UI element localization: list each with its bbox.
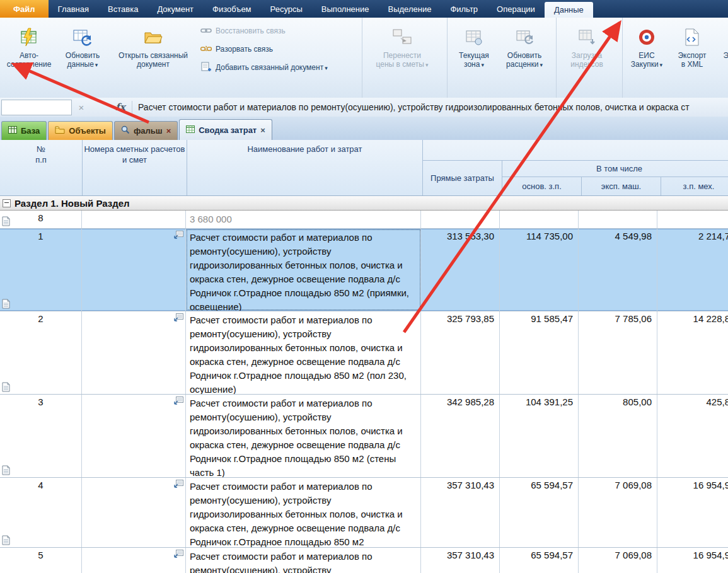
doc-tab-base[interactable]: База: [1, 121, 47, 140]
estimate-numbers-cell[interactable]: [82, 311, 186, 394]
table-row[interactable]: 8 3 680 000: [0, 211, 728, 229]
work-name-cell[interactable]: 3 680 000: [186, 211, 421, 228]
break-link-button[interactable]: Разорвать связь: [198, 42, 275, 56]
mech-wage-cell[interactable]: 16 954,9: [657, 548, 728, 573]
tab-data[interactable]: Данные: [545, 2, 593, 18]
work-name-cell[interactable]: Расчет стоимости работ и материалов по р…: [186, 548, 421, 573]
tab-execution[interactable]: Выполнение: [312, 0, 379, 18]
doc-tab-falsh[interactable]: фальш ×: [114, 121, 178, 140]
linked-doc-icon: [174, 313, 183, 321]
estimate-numbers-cell[interactable]: [82, 395, 186, 477]
tab-insert[interactable]: Вставка: [98, 0, 147, 18]
direct-costs-cell[interactable]: 325 793,85: [421, 311, 500, 394]
open-folder-icon: [143, 25, 163, 50]
direct-costs-cell[interactable]: 313 553,30: [421, 229, 500, 311]
estimate-summary-table: № п.п Номера сметных расчетов и смет Наи…: [0, 140, 728, 573]
tab-document[interactable]: Документ: [147, 0, 203, 18]
estimate-numbers-cell[interactable]: [82, 211, 186, 228]
basic-wage-cell[interactable]: 65 594,57: [500, 478, 579, 547]
export-xml-button[interactable]: Экспорт в XML: [669, 19, 715, 98]
current-zone-label: Текущая зона▾: [459, 51, 489, 69]
row-number: 8: [38, 212, 43, 223]
tab-operations[interactable]: Операции: [487, 0, 545, 18]
table-row[interactable]: 5 Расчет стоимости работ и материалов по…: [0, 548, 728, 573]
load-indexes-button[interactable]: Загрузка индексов: [558, 19, 616, 98]
direct-costs-cell[interactable]: 357 310,43: [421, 478, 500, 547]
doc-tab-label: Объекты: [69, 126, 106, 136]
section-row[interactable]: Раздел 1. Новый Раздел: [0, 196, 728, 211]
export-xml-label: Экспорт в XML: [678, 51, 706, 69]
cancel-entry-button[interactable]: ×: [72, 102, 91, 113]
table-row[interactable]: 4 Расчет стоимости работ и материалов по…: [0, 478, 728, 548]
linked-doc-icon: [174, 480, 183, 488]
refresh-data-button[interactable]: Обновить данные▾: [57, 19, 108, 98]
doc-tab-summary[interactable]: Сводка затрат ×: [179, 119, 272, 140]
direct-costs-cell[interactable]: 342 985,28: [421, 395, 500, 477]
machine-exp-cell[interactable]: 7 069,08: [579, 548, 657, 573]
table-row-selected[interactable]: 1 Расчет стоимости работ и материалов по…: [0, 229, 728, 311]
close-tab-icon[interactable]: ×: [166, 126, 171, 136]
break-link-label: Разорвать связь: [216, 45, 273, 54]
machine-exp-cell[interactable]: 7 785,06: [579, 311, 657, 394]
tab-resources[interactable]: Ресурсы: [261, 0, 312, 18]
transfer-prices-button[interactable]: Перенести цены в сметы▾: [364, 19, 441, 98]
table-row[interactable]: 3 Расчет стоимости работ и материалов по…: [0, 395, 728, 478]
basic-wage-cell[interactable]: 91 585,47: [500, 311, 579, 394]
eis-purchases-icon: [637, 25, 656, 50]
direct-costs-cell[interactable]: [421, 211, 500, 228]
row-number: 1: [38, 231, 43, 241]
mech-wage-cell[interactable]: [657, 211, 728, 228]
doc-tab-label: База: [21, 126, 40, 136]
tab-filter[interactable]: Фильтр: [441, 0, 487, 18]
collapse-section-icon[interactable]: [3, 199, 11, 207]
open-linked-doc-button[interactable]: Открыть связанный документ: [108, 19, 198, 98]
basic-wage-cell[interactable]: 104 391,25: [500, 395, 579, 477]
tab-selection[interactable]: Выделение: [379, 0, 441, 18]
formula-bar-value[interactable]: Расчет стоимости работ и материалов по р…: [134, 102, 728, 112]
basic-wage-cell[interactable]: [500, 211, 579, 228]
ribbon: Авто- составление Обновить данные▾: [0, 18, 728, 98]
machine-exp-cell[interactable]: [579, 211, 657, 228]
estimate-numbers-cell[interactable]: [82, 548, 186, 573]
direct-costs-cell[interactable]: 357 310,43: [421, 548, 500, 573]
auto-compose-button[interactable]: Авто- составление: [1, 19, 57, 98]
cell-name-box[interactable]: [1, 100, 72, 115]
insert-function-button[interactable]: fx: [111, 101, 130, 113]
current-zone-button[interactable]: Текущая зона▾: [449, 19, 499, 98]
app-window: Файл Главная Вставка Документ Физобъем Р…: [0, 0, 728, 573]
mech-wage-cell[interactable]: 2 214,7: [657, 229, 728, 311]
mech-wage-cell[interactable]: 425,8: [657, 395, 728, 477]
export-gge-button[interactable]: Экспорт в ГГ: [715, 19, 728, 98]
close-tab-icon[interactable]: ×: [260, 125, 265, 135]
mech-wage-cell[interactable]: 16 954,9: [657, 478, 728, 547]
table-row[interactable]: 2 Расчет стоимости работ и материалов по…: [0, 311, 728, 395]
restore-link-label: Восстановить связь: [216, 26, 286, 35]
work-name-cell[interactable]: Расчет стоимости работ и материалов по р…: [186, 478, 421, 547]
machine-exp-cell[interactable]: 7 069,08: [579, 478, 657, 547]
restore-link-button[interactable]: Восстановить связь: [198, 24, 288, 38]
basic-wage-cell[interactable]: 114 735,00: [500, 229, 579, 311]
col-header-machine-exp: эксп. маш.: [582, 177, 661, 195]
machine-exp-cell[interactable]: 4 549,98: [579, 229, 657, 311]
work-name-cell[interactable]: Расчет стоимости работ и материалов по р…: [186, 229, 421, 311]
linked-doc-icon: [174, 550, 183, 558]
magnifier-icon: [121, 125, 130, 136]
add-linked-doc-button[interactable]: Добавить связанный документ▾: [198, 61, 330, 74]
estimate-numbers-cell[interactable]: [82, 229, 186, 311]
tab-physvolume[interactable]: Физобъем: [203, 0, 261, 18]
work-name-cell[interactable]: Расчет стоимости работ и материалов по р…: [186, 395, 421, 477]
tab-home[interactable]: Главная: [49, 0, 98, 18]
refresh-rates-button[interactable]: Обновить расценки▾: [499, 19, 550, 98]
eis-purchases-button[interactable]: ЕИС Закупки▾: [624, 19, 669, 98]
machine-exp-cell[interactable]: 805,00: [579, 395, 657, 477]
work-name-cell[interactable]: Расчет стоимости работ и материалов по р…: [186, 311, 421, 394]
tab-file[interactable]: Файл: [0, 0, 49, 18]
doc-tab-objects[interactable]: Объекты: [48, 121, 113, 140]
export-gge-label: Экспорт в ГГ: [723, 51, 728, 69]
linked-doc-actions: Восстановить связь Разорвать связь: [198, 19, 330, 98]
document-icon: [2, 216, 10, 226]
mech-wage-cell[interactable]: 14 228,8: [657, 311, 728, 394]
basic-wage-cell[interactable]: 65 594,57: [500, 548, 579, 573]
estimate-numbers-cell[interactable]: [82, 478, 186, 547]
document-icon: [2, 299, 10, 309]
